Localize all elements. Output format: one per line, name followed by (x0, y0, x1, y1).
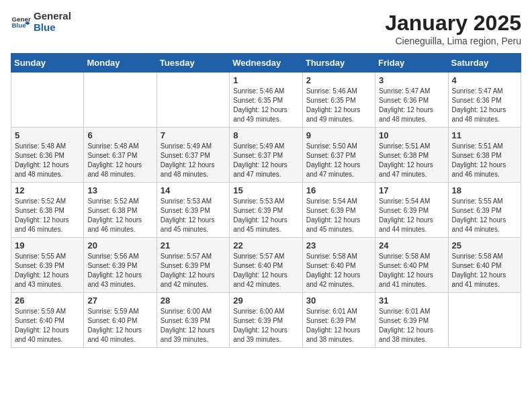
calendar-cell: 5Sunrise: 5:48 AM Sunset: 6:36 PM Daylig… (11, 128, 84, 183)
day-info: Sunrise: 5:55 AM Sunset: 6:39 PM Dayligh… (452, 197, 517, 234)
day-number: 14 (161, 185, 226, 195)
day-number: 29 (233, 295, 298, 306)
calendar-table: SundayMondayTuesdayWednesdayThursdayFrid… (11, 53, 521, 348)
day-number: 15 (233, 185, 298, 195)
day-info: Sunrise: 5:47 AM Sunset: 6:36 PM Dayligh… (452, 87, 517, 124)
day-info: Sunrise: 5:53 AM Sunset: 6:39 PM Dayligh… (161, 197, 226, 234)
calendar-cell (84, 73, 157, 128)
calendar-cell: 31Sunrise: 6:01 AM Sunset: 6:39 PM Dayli… (375, 293, 448, 348)
calendar-week-row: 5Sunrise: 5:48 AM Sunset: 6:36 PM Daylig… (11, 128, 521, 183)
calendar-cell: 14Sunrise: 5:53 AM Sunset: 6:39 PM Dayli… (157, 183, 229, 238)
calendar-week-row: 26Sunrise: 5:59 AM Sunset: 6:40 PM Dayli… (11, 293, 521, 348)
calendar-cell: 16Sunrise: 5:54 AM Sunset: 6:39 PM Dayli… (302, 183, 375, 238)
calendar-cell: 7Sunrise: 5:49 AM Sunset: 6:37 PM Daylig… (157, 128, 229, 183)
day-number: 16 (306, 185, 371, 195)
weekday-header-wednesday: Wednesday (230, 54, 302, 73)
weekday-header-sunday: Sunday (11, 54, 84, 73)
day-info: Sunrise: 5:58 AM Sunset: 6:40 PM Dayligh… (379, 252, 444, 289)
calendar-cell: 26Sunrise: 5:59 AM Sunset: 6:40 PM Dayli… (11, 293, 84, 348)
weekday-header-friday: Friday (375, 54, 448, 73)
day-info: Sunrise: 5:48 AM Sunset: 6:36 PM Dayligh… (15, 142, 80, 179)
logo-blue: Blue (34, 22, 71, 34)
day-number: 9 (306, 130, 371, 140)
day-number: 12 (15, 185, 80, 195)
day-info: Sunrise: 6:01 AM Sunset: 6:39 PM Dayligh… (379, 307, 444, 345)
logo-general: General (34, 11, 71, 22)
day-number: 1 (233, 75, 298, 85)
day-number: 19 (15, 240, 80, 250)
day-info: Sunrise: 5:58 AM Sunset: 6:40 PM Dayligh… (306, 252, 371, 289)
day-info: Sunrise: 5:48 AM Sunset: 6:37 PM Dayligh… (87, 142, 152, 179)
calendar-cell: 6Sunrise: 5:48 AM Sunset: 6:37 PM Daylig… (84, 128, 157, 183)
day-number: 28 (161, 295, 226, 306)
day-number: 31 (379, 295, 444, 306)
calendar-cell: 15Sunrise: 5:53 AM Sunset: 6:39 PM Dayli… (230, 183, 302, 238)
svg-text:Blue: Blue (12, 21, 27, 28)
day-number: 21 (161, 240, 226, 250)
day-info: Sunrise: 5:51 AM Sunset: 6:38 PM Dayligh… (379, 142, 444, 179)
day-info: Sunrise: 5:55 AM Sunset: 6:39 PM Dayligh… (15, 252, 80, 289)
calendar-cell: 30Sunrise: 6:01 AM Sunset: 6:39 PM Dayli… (302, 293, 375, 348)
day-info: Sunrise: 6:01 AM Sunset: 6:39 PM Dayligh… (306, 307, 371, 345)
day-info: Sunrise: 5:56 AM Sunset: 6:39 PM Dayligh… (87, 252, 152, 289)
day-number: 23 (306, 240, 371, 250)
calendar-cell: 9Sunrise: 5:50 AM Sunset: 6:37 PM Daylig… (302, 128, 375, 183)
day-info: Sunrise: 5:54 AM Sunset: 6:39 PM Dayligh… (306, 197, 371, 234)
day-info: Sunrise: 5:52 AM Sunset: 6:38 PM Dayligh… (87, 197, 152, 234)
calendar-cell: 18Sunrise: 5:55 AM Sunset: 6:39 PM Dayli… (448, 183, 521, 238)
day-info: Sunrise: 5:58 AM Sunset: 6:40 PM Dayligh… (452, 252, 517, 289)
calendar-cell: 2Sunrise: 5:46 AM Sunset: 6:35 PM Daylig… (302, 73, 375, 128)
day-info: Sunrise: 5:52 AM Sunset: 6:38 PM Dayligh… (15, 197, 80, 234)
calendar-cell (11, 73, 84, 128)
day-info: Sunrise: 5:59 AM Sunset: 6:40 PM Dayligh… (15, 307, 80, 345)
calendar-cell: 17Sunrise: 5:54 AM Sunset: 6:39 PM Dayli… (375, 183, 448, 238)
day-number: 18 (452, 185, 517, 195)
calendar-cell (157, 73, 229, 128)
day-number: 17 (379, 185, 444, 195)
calendar-cell: 19Sunrise: 5:55 AM Sunset: 6:39 PM Dayli… (11, 238, 84, 293)
calendar-cell: 24Sunrise: 5:58 AM Sunset: 6:40 PM Dayli… (375, 238, 448, 293)
day-number: 11 (452, 130, 517, 140)
calendar-cell: 12Sunrise: 5:52 AM Sunset: 6:38 PM Dayli… (11, 183, 84, 238)
day-info: Sunrise: 5:47 AM Sunset: 6:36 PM Dayligh… (379, 87, 444, 124)
weekday-header-saturday: Saturday (448, 54, 521, 73)
day-number: 13 (87, 185, 152, 195)
calendar-cell: 3Sunrise: 5:47 AM Sunset: 6:36 PM Daylig… (375, 73, 448, 128)
day-info: Sunrise: 5:54 AM Sunset: 6:39 PM Dayligh… (379, 197, 444, 234)
calendar-cell: 29Sunrise: 6:00 AM Sunset: 6:39 PM Dayli… (230, 293, 302, 348)
day-info: Sunrise: 5:49 AM Sunset: 6:37 PM Dayligh… (233, 142, 298, 179)
calendar-cell (448, 293, 521, 348)
calendar-cell: 27Sunrise: 5:59 AM Sunset: 6:40 PM Dayli… (84, 293, 157, 348)
calendar-cell: 20Sunrise: 5:56 AM Sunset: 6:39 PM Dayli… (84, 238, 157, 293)
weekday-header-tuesday: Tuesday (157, 54, 229, 73)
day-info: Sunrise: 5:57 AM Sunset: 6:39 PM Dayligh… (161, 252, 226, 289)
day-number: 22 (233, 240, 298, 250)
day-number: 6 (87, 130, 152, 140)
page-header: General Blue General Blue January 2025 C… (11, 11, 521, 46)
title-area: January 2025 Cieneguilla, Lima region, P… (385, 11, 521, 46)
day-info: Sunrise: 6:00 AM Sunset: 6:39 PM Dayligh… (233, 307, 298, 345)
day-number: 30 (306, 295, 371, 306)
day-info: Sunrise: 6:00 AM Sunset: 6:39 PM Dayligh… (161, 307, 226, 345)
day-number: 8 (233, 130, 298, 140)
day-number: 7 (161, 130, 226, 140)
calendar-header-row: SundayMondayTuesdayWednesdayThursdayFrid… (11, 54, 521, 73)
logo-icon: General Blue (11, 12, 31, 32)
calendar-cell: 13Sunrise: 5:52 AM Sunset: 6:38 PM Dayli… (84, 183, 157, 238)
day-number: 3 (379, 75, 444, 85)
calendar-cell: 1Sunrise: 5:46 AM Sunset: 6:35 PM Daylig… (230, 73, 302, 128)
weekday-header-monday: Monday (84, 54, 157, 73)
calendar-cell: 11Sunrise: 5:51 AM Sunset: 6:38 PM Dayli… (448, 128, 521, 183)
day-number: 2 (306, 75, 371, 85)
calendar-cell: 23Sunrise: 5:58 AM Sunset: 6:40 PM Dayli… (302, 238, 375, 293)
day-info: Sunrise: 5:51 AM Sunset: 6:38 PM Dayligh… (452, 142, 517, 179)
day-number: 4 (452, 75, 517, 85)
location-subtitle: Cieneguilla, Lima region, Peru (385, 36, 521, 46)
day-info: Sunrise: 5:59 AM Sunset: 6:40 PM Dayligh… (87, 307, 152, 345)
month-title: January 2025 (385, 11, 521, 36)
day-info: Sunrise: 5:46 AM Sunset: 6:35 PM Dayligh… (306, 87, 371, 124)
day-number: 25 (452, 240, 517, 250)
day-number: 10 (379, 130, 444, 140)
calendar-cell: 21Sunrise: 5:57 AM Sunset: 6:39 PM Dayli… (157, 238, 229, 293)
weekday-header-thursday: Thursday (302, 54, 375, 73)
